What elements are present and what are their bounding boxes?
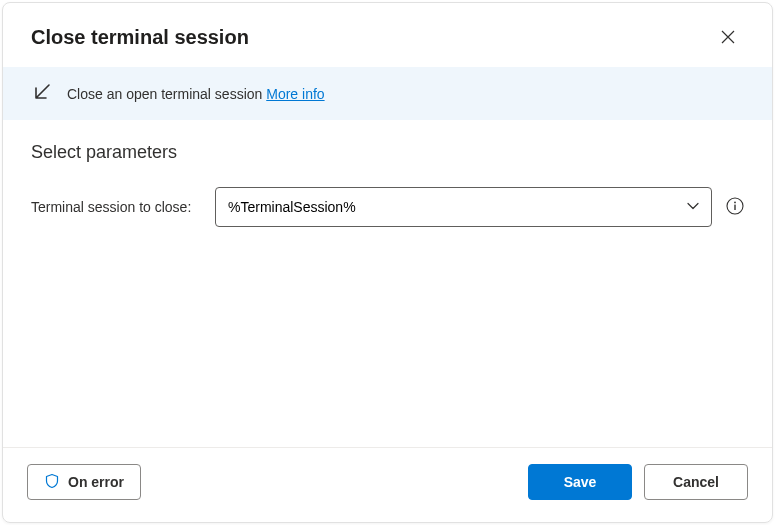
banner-text: Close an open terminal session More info	[67, 86, 325, 102]
on-error-button[interactable]: On error	[27, 464, 141, 500]
save-button[interactable]: Save	[528, 464, 632, 500]
close-button[interactable]	[712, 21, 744, 53]
param-label: Terminal session to close:	[31, 199, 201, 215]
close-terminal-dialog: Close terminal session Close an open ter…	[2, 2, 773, 523]
arrow-down-left-icon	[31, 81, 53, 106]
shield-icon	[44, 473, 60, 492]
dialog-content: Select parameters Terminal session to cl…	[3, 120, 772, 447]
select-wrapper	[215, 187, 712, 227]
dialog-footer: On error Save Cancel	[3, 447, 772, 522]
svg-rect-2	[734, 204, 735, 209]
terminal-session-select[interactable]	[215, 187, 712, 227]
info-icon[interactable]	[726, 197, 744, 218]
on-error-label: On error	[68, 474, 124, 490]
close-icon	[721, 30, 735, 44]
dialog-title: Close terminal session	[31, 26, 249, 49]
param-row: Terminal session to close:	[31, 187, 744, 227]
svg-point-1	[734, 201, 736, 203]
section-heading: Select parameters	[31, 142, 744, 163]
footer-actions: Save Cancel	[528, 464, 748, 500]
banner-description: Close an open terminal session	[67, 86, 262, 102]
info-banner: Close an open terminal session More info	[3, 67, 772, 120]
dialog-header: Close terminal session	[3, 3, 772, 67]
cancel-button[interactable]: Cancel	[644, 464, 748, 500]
more-info-link[interactable]: More info	[266, 86, 324, 102]
